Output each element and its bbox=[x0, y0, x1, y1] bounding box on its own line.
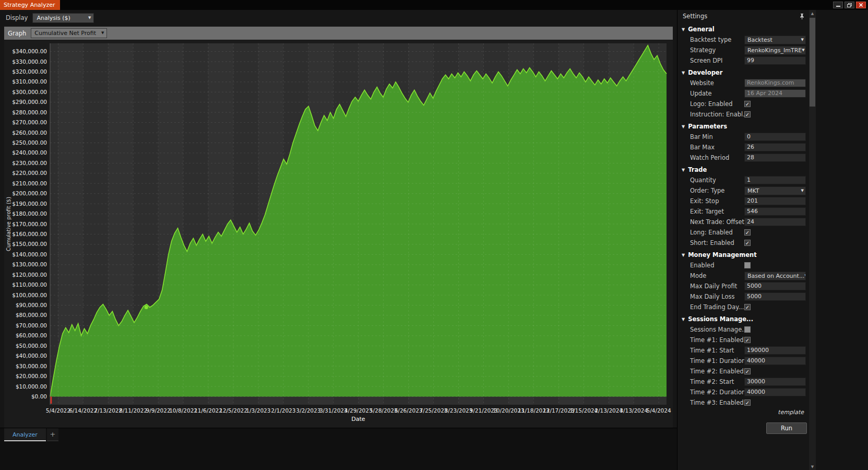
setting-field-slot: Based on Account...▼ bbox=[744, 272, 806, 280]
chevron-down-icon: ▼ bbox=[804, 274, 806, 278]
y-axis-tick-label: $90,000.00 bbox=[16, 302, 47, 308]
setting-checkbox[interactable]: ✓ bbox=[744, 368, 751, 374]
setting-dropdown[interactable]: RenkoKings_ImTRE▼ bbox=[744, 46, 806, 55]
setting-checkbox[interactable] bbox=[744, 262, 751, 268]
setting-field-slot: ✓ bbox=[744, 368, 806, 374]
minimize-button[interactable] bbox=[833, 2, 843, 8]
setting-row: Time #1: Duration40000 bbox=[677, 356, 809, 366]
setting-row: Exit: Stop201 bbox=[677, 196, 809, 206]
y-axis-tick-label: $100,000.00 bbox=[12, 292, 47, 298]
settings-scrollbar[interactable]: ▲ ▼ bbox=[809, 10, 816, 470]
setting-checkbox[interactable]: ✓ bbox=[744, 240, 751, 246]
setting-checkbox[interactable]: ✓ bbox=[744, 337, 751, 343]
settings-grid: ▼GeneralBacktest typeBacktest▼StrategyRe… bbox=[677, 22, 809, 408]
setting-checkbox[interactable] bbox=[744, 326, 751, 333]
restore-button[interactable] bbox=[845, 2, 854, 8]
setting-checkbox[interactable]: ✓ bbox=[744, 229, 751, 236]
setting-field-slot: 201 bbox=[744, 197, 806, 205]
setting-input[interactable]: 26 bbox=[744, 143, 806, 151]
setting-checkbox[interactable]: ✓ bbox=[744, 101, 751, 107]
display-dropdown[interactable]: Analysis ($) ▼ bbox=[32, 13, 94, 23]
y-axis-tick-label: $340,000.00 bbox=[12, 48, 47, 54]
setting-checkbox[interactable]: ✓ bbox=[744, 304, 751, 310]
x-axis-tick-label: 2/1/2023 bbox=[271, 407, 295, 414]
setting-label: Bar Min bbox=[690, 133, 744, 140]
setting-input[interactable]: 201 bbox=[744, 197, 806, 205]
tab-analyzer[interactable]: Analyzer bbox=[4, 428, 46, 441]
settings-section-trade[interactable]: ▼Trade bbox=[677, 164, 809, 175]
window-controls bbox=[833, 0, 868, 10]
x-axis-tick-label: 5/28/2023 bbox=[370, 407, 398, 414]
graph-dropdown[interactable]: Cumulative Net Profit ▼ bbox=[31, 28, 107, 38]
y-axis-tick-label: $120,000.00 bbox=[12, 272, 47, 278]
settings-section-general[interactable]: ▼General bbox=[677, 24, 809, 34]
setting-input: RenkoKings.com bbox=[744, 79, 806, 87]
setting-label: Long: Enabled bbox=[690, 229, 744, 236]
y-axis-tick-label: $110,000.00 bbox=[12, 281, 47, 288]
setting-input[interactable]: 0 bbox=[744, 133, 806, 141]
settings-section-money-management[interactable]: ▼Money Management bbox=[677, 250, 809, 260]
collapse-arrow-icon: ▼ bbox=[682, 124, 685, 129]
setting-dropdown[interactable]: MKT▼ bbox=[744, 186, 806, 195]
setting-label: Time #2: Enabled bbox=[690, 368, 744, 375]
pin-icon[interactable] bbox=[799, 13, 805, 20]
setting-input[interactable]: 546 bbox=[744, 207, 806, 216]
setting-label: Exit: Stop bbox=[690, 197, 744, 205]
settings-section-parameters[interactable]: ▼Parameters bbox=[677, 121, 809, 132]
setting-row: Instruction: Enabl...✓ bbox=[677, 109, 809, 120]
setting-input[interactable]: 190000 bbox=[744, 346, 806, 355]
setting-input[interactable]: 5000 bbox=[744, 282, 806, 290]
template-link[interactable]: template bbox=[677, 409, 809, 419]
setting-input[interactable]: 24 bbox=[744, 218, 806, 226]
close-button[interactable] bbox=[856, 2, 866, 8]
setting-row: Time #2: Enabled✓ bbox=[677, 366, 809, 377]
add-tab-button[interactable]: + bbox=[47, 428, 58, 441]
y-axis-tick-label: $280,000.00 bbox=[12, 109, 47, 115]
setting-field-slot: 30000 bbox=[744, 378, 806, 386]
settings-section-sessions-manage[interactable]: ▼Sessions Manage... bbox=[677, 314, 809, 324]
setting-label: Bar Max bbox=[690, 144, 744, 151]
y-axis-tick-label: $210,000.00 bbox=[12, 180, 47, 186]
setting-label: Update bbox=[690, 90, 744, 97]
setting-checkbox[interactable]: ✓ bbox=[744, 111, 751, 118]
setting-checkbox[interactable]: ✓ bbox=[744, 400, 751, 406]
run-button[interactable]: Run bbox=[766, 422, 807, 434]
setting-input[interactable]: 40000 bbox=[744, 388, 806, 396]
y-axis-title: Cumulative profit ($) bbox=[6, 197, 11, 251]
x-axis-tick-label: 9/9/2022 bbox=[146, 407, 171, 414]
collapse-arrow-icon: ▼ bbox=[682, 317, 685, 322]
setting-dropdown[interactable]: Based on Account...▼ bbox=[744, 272, 806, 280]
scroll-up-button[interactable]: ▲ bbox=[809, 10, 816, 17]
y-axis-tick-label: $30,000.00 bbox=[16, 363, 47, 369]
setting-field-slot: ✓ bbox=[744, 304, 806, 310]
setting-row: Time #1: Start190000 bbox=[677, 345, 809, 356]
setting-input[interactable]: 40000 bbox=[744, 357, 806, 365]
titlebar[interactable]: Strategy Analyzer bbox=[0, 0, 868, 10]
settings-section-developer[interactable]: ▼Developer bbox=[677, 67, 809, 78]
scroll-down-button[interactable]: ▼ bbox=[809, 463, 816, 470]
x-axis-tick-label: 3/13/2024 bbox=[620, 407, 648, 414]
chevron-down-icon: ▼ bbox=[801, 38, 804, 42]
display-dropdown-value: Analysis ($) bbox=[37, 15, 70, 21]
scrollbar-thumb[interactable] bbox=[810, 18, 815, 107]
setting-input[interactable]: 1 bbox=[744, 176, 806, 184]
setting-input[interactable]: 30000 bbox=[744, 378, 806, 386]
setting-input[interactable]: 28 bbox=[744, 154, 806, 162]
y-axis-tick-label: $50,000.00 bbox=[16, 343, 47, 349]
scroll-up-icon: ▲ bbox=[811, 11, 814, 16]
setting-input[interactable]: 99 bbox=[744, 56, 806, 65]
x-axis-tick-label: 3/31/2023 bbox=[319, 407, 348, 414]
setting-field-slot: 5000 bbox=[744, 292, 806, 301]
setting-input[interactable]: 5000 bbox=[744, 292, 806, 301]
setting-row: Exit: Target546 bbox=[677, 206, 809, 217]
setting-row: ModeBased on Account...▼ bbox=[677, 271, 809, 281]
window-title-tab[interactable]: Strategy Analyzer bbox=[0, 0, 60, 10]
y-axis-tick-label: $260,000.00 bbox=[12, 130, 47, 136]
x-axis-tick-label: 12/5/2022 bbox=[219, 407, 247, 414]
y-axis-tick-label: $140,000.00 bbox=[12, 251, 47, 257]
cumulative-profit-chart[interactable]: $340,000.00$330,000.00$320,000.00$310,00… bbox=[4, 40, 673, 428]
setting-label: Time #2: Duration bbox=[690, 389, 744, 396]
x-axis-tick-label: 5/4/2022 bbox=[46, 407, 70, 414]
setting-dropdown[interactable]: Backtest▼ bbox=[744, 36, 806, 44]
x-axis-tick-label: 2/13/2024 bbox=[594, 407, 623, 414]
